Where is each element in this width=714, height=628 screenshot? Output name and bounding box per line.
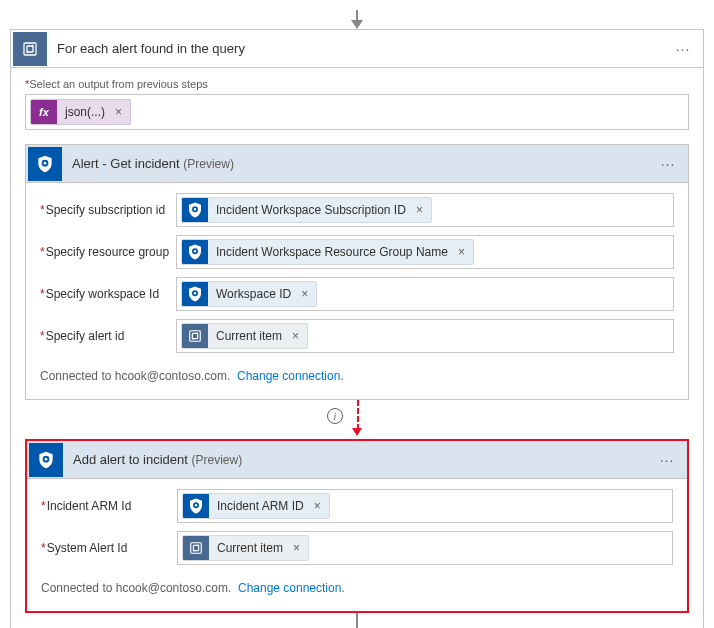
connector-solid [25,613,689,628]
form-row: *Specify resource groupIncident Workspac… [40,235,674,269]
field-input[interactable]: Incident ARM ID× [177,489,673,523]
connection-info: Connected to hcook@contoso.com. Change c… [41,573,673,605]
token-remove[interactable]: × [310,499,329,513]
svg-point-2 [44,161,47,164]
token-text: Workspace ID [208,287,297,301]
token-text: Current item [208,329,288,343]
token-text: Incident Workspace Subscription ID [208,203,412,217]
sentinel-token[interactable]: Incident ARM ID× [182,493,330,519]
get-incident-card: Alert - Get incident (Preview) ··· *Spec… [25,144,689,400]
foreach-header[interactable]: For each alert found in the query ··· [11,30,703,68]
form-row: *Incident ARM IdIncident ARM ID× [41,489,673,523]
connector-dashed: i [25,400,689,440]
token-remove[interactable]: × [289,541,308,555]
token-text: Incident ARM ID [209,499,310,513]
token-text: Current item [209,541,289,555]
add-alert-header[interactable]: Add alert to incident (Preview) ··· [27,441,687,479]
add-alert-highlight: Add alert to incident (Preview) ··· *Inc… [25,439,689,613]
change-connection-link[interactable]: Change connection. [238,581,345,595]
field-label: *System Alert Id [41,531,177,565]
sentinel-token[interactable]: Incident Workspace Subscription ID× [181,197,432,223]
sentinel-icon [183,493,209,519]
field-label: *Specify resource group [40,235,176,269]
output-field[interactable]: fx json(...) × [25,94,689,130]
svg-rect-9 [190,331,201,342]
field-input[interactable]: Incident Workspace Resource Group Name× [176,235,674,269]
svg-rect-14 [191,543,202,554]
add-alert-menu[interactable]: ··· [647,452,687,468]
token-remove[interactable]: × [454,245,473,259]
field-input[interactable]: Current item× [177,531,673,565]
sentinel-token[interactable]: Workspace ID× [181,281,317,307]
svg-point-6 [194,250,196,252]
info-icon[interactable]: i [327,408,343,424]
sentinel-icon [182,197,208,223]
token-remove[interactable]: × [412,203,431,217]
token-text: Incident Workspace Resource Group Name [208,245,454,259]
connection-info: Connected to hcook@contoso.com. Change c… [40,361,674,393]
loop-icon [183,535,209,561]
field-input[interactable]: Current item× [176,319,674,353]
foreach-card: For each alert found in the query ··· *S… [10,29,704,628]
field-label: *Specify subscription id [40,193,176,227]
token-remove[interactable]: × [297,287,316,301]
form-row: *System Alert IdCurrent item× [41,531,673,565]
sentinel-icon [28,147,62,181]
sentinel-icon [182,281,208,307]
foreach-title: For each alert found in the query [57,41,663,56]
get-incident-menu[interactable]: ··· [648,156,688,172]
get-incident-title: Alert - Get incident (Preview) [72,156,648,171]
loop-icon [182,323,208,349]
get-incident-header[interactable]: Alert - Get incident (Preview) ··· [26,145,688,183]
field-label: *Specify alert id [40,319,176,353]
change-connection-link[interactable]: Change connection. [237,369,344,383]
field-input[interactable]: Workspace ID× [176,277,674,311]
fx-token[interactable]: fx json(...) × [30,99,131,125]
form-row: *Specify workspace IdWorkspace ID× [40,277,674,311]
field-label: *Specify workspace Id [40,277,176,311]
svg-rect-0 [24,43,36,55]
svg-point-13 [195,504,197,506]
field-label: *Incident ARM Id [41,489,177,523]
loop-icon [13,32,47,66]
loop-item-token[interactable]: Current item× [182,535,309,561]
foreach-menu[interactable]: ··· [663,41,703,57]
loop-item-token[interactable]: Current item× [181,323,308,349]
token-remove[interactable]: × [111,105,130,119]
add-alert-card: Add alert to incident (Preview) ··· *Inc… [27,441,687,611]
add-alert-title: Add alert to incident (Preview) [73,452,647,467]
output-label: *Select an output from previous steps [25,78,689,90]
svg-point-8 [194,292,196,294]
form-row: *Specify subscription idIncident Workspa… [40,193,674,227]
token-remove[interactable]: × [288,329,307,343]
sentinel-icon [182,239,208,265]
svg-point-11 [45,457,48,460]
form-row: *Specify alert idCurrent item× [40,319,674,353]
incoming-connector [10,10,704,30]
fx-icon: fx [31,99,57,125]
svg-point-4 [194,208,196,210]
sentinel-icon [29,443,63,477]
sentinel-token[interactable]: Incident Workspace Resource Group Name× [181,239,474,265]
field-input[interactable]: Incident Workspace Subscription ID× [176,193,674,227]
